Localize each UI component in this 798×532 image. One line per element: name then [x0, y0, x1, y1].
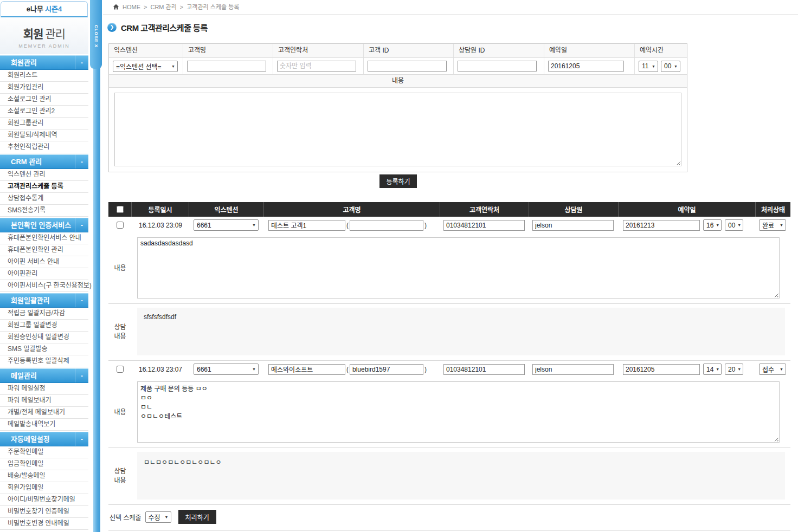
reserve-date-input[interactable]: [548, 61, 624, 72]
sidebar-item-idpw-find-mail[interactable]: 아이디/비밀번호찾기메일: [0, 494, 88, 506]
sidebar: e나무시즌4 회원관리 MEMVER ADMIN 회원관리 - 회원리스트 회원…: [0, 0, 88, 532]
sidebar-item-phone-verify-guide[interactable]: 휴대폰본인확인서비스 안내: [0, 232, 88, 244]
breadcrumb-home[interactable]: HOME: [123, 0, 140, 15]
sidebar-item-ipin-admin[interactable]: 아이핀관리: [0, 268, 88, 280]
collapse-minus-icon[interactable]: -: [75, 293, 88, 307]
sidebar-item-extension-admin[interactable]: 익스텐션 관리: [0, 169, 88, 181]
row-minute-select[interactable]: 00▼: [725, 219, 743, 231]
agent-id-input[interactable]: [458, 61, 537, 72]
sidebar-item-member-list[interactable]: 회원리스트: [0, 70, 88, 82]
form-content-textarea[interactable]: [114, 93, 681, 166]
row-extension-select[interactable]: 6661▼: [194, 364, 259, 375]
collapse-minus-icon[interactable]: -: [75, 55, 88, 69]
row-status-select[interactable]: 접수▼: [759, 364, 786, 375]
collapse-minus-icon[interactable]: -: [75, 368, 88, 382]
sidebar-item-pw-find-auth-mail[interactable]: 비밀번호찾기 인증메일: [0, 506, 88, 518]
sidebar-item-sms-bulk[interactable]: SMS 일괄발송: [0, 343, 88, 355]
sidebar-item-approve-bulk[interactable]: 회원승인상태 일괄변경: [0, 332, 88, 343]
collapse-minus-icon[interactable]: -: [75, 154, 88, 168]
row-contact-input[interactable]: [443, 364, 525, 375]
row-minute-select[interactable]: 20▼: [725, 364, 743, 375]
process-button[interactable]: 처리하기: [178, 510, 216, 524]
row-customer-id-input[interactable]: [350, 220, 423, 231]
sidebar-item-group-bulk[interactable]: 회원그룹 일괄변경: [0, 320, 88, 332]
row-customer-id-input[interactable]: [350, 364, 423, 375]
sidebar-item-member-join[interactable]: 회원가입관리: [0, 82, 88, 94]
reserve-minute-select[interactable]: 00▼: [661, 61, 680, 72]
section-label: 본인확인 인증서비스: [11, 221, 71, 229]
select-all-checkbox[interactable]: [117, 206, 124, 213]
sidebar-close-tab[interactable]: CLOSE X: [90, 0, 102, 69]
sidebar-item-deposit-confirm-mail[interactable]: 입금확인메일: [0, 458, 88, 470]
dropdown-arrow-icon: ▼: [737, 367, 741, 371]
row-customer-name-input[interactable]: [268, 220, 345, 231]
section-label: 회원일괄관리: [11, 296, 50, 304]
row-contact-input[interactable]: [443, 220, 525, 231]
breadcrumb-level2[interactable]: 고객관리 스케줄 등록: [186, 0, 239, 15]
sidebar-item-social-login2[interactable]: 소셜로그인 관리2: [0, 106, 88, 118]
row-agent-input[interactable]: [532, 364, 614, 375]
sidebar-item-phone-verify-admin[interactable]: 휴대폰본인확인 관리: [0, 244, 88, 256]
row-content-textarea[interactable]: sadasdasdasdasd: [137, 237, 780, 299]
register-button[interactable]: 등록하기: [379, 174, 417, 188]
row-extension-select[interactable]: 6661▼: [194, 219, 259, 231]
consult-content-box: sfsfsfsdfsdf: [137, 308, 785, 355]
collapse-minus-icon[interactable]: -: [75, 432, 88, 446]
sidebar-item-sms-log[interactable]: SMS전송기록: [0, 205, 88, 217]
row-status-select[interactable]: 완료▼: [759, 219, 786, 231]
sidebar-item-mail-send[interactable]: 개별/전체 메일보내기: [0, 407, 88, 419]
sidebar-item-mail-history[interactable]: 메일발송내역보기: [0, 419, 88, 431]
row-content-textarea[interactable]: 제품 구매 문의 등등 ㅁㅇ ㅁㅇ ㅁㄴ ㅇㅁㄴㅇ테스트: [137, 381, 780, 443]
sidebar-item-power-mail-setting[interactable]: 파워 메일설정: [0, 383, 88, 395]
sidebar-item-point-bulk[interactable]: 적립금 일괄지급/차감: [0, 308, 88, 320]
sidebar-section-identity[interactable]: 본인확인 인증서비스 -: [0, 218, 88, 232]
extension-select[interactable]: =익스텐션 선택=▼: [113, 61, 178, 72]
row-checkbox[interactable]: [117, 222, 124, 229]
sidebar-item-consult-stats[interactable]: 상담접수통계: [0, 193, 88, 205]
consult-label: 상담 내용: [108, 304, 132, 360]
row-checkbox[interactable]: [117, 366, 124, 373]
sidebar-section-crm[interactable]: CRM 관리 -: [0, 154, 88, 169]
sidebar-section-member[interactable]: 회원관리 -: [0, 55, 88, 70]
row-hour-select[interactable]: 14▼: [703, 364, 722, 375]
sidebar-section-bulk[interactable]: 회원일괄관리 -: [0, 293, 88, 308]
row-hour-select[interactable]: 16▼: [703, 219, 722, 231]
customer-id-input[interactable]: [368, 61, 447, 72]
row-agent-input[interactable]: [532, 220, 614, 231]
sidebar-section-automail[interactable]: 자동메일설정 -: [0, 432, 88, 446]
row-reserve-date-input[interactable]: [623, 364, 700, 375]
home-icon[interactable]: [113, 4, 119, 10]
sidebar-item-power-mail-send[interactable]: 파워 메일보내기: [0, 395, 88, 407]
row-hour-value: 14: [706, 366, 713, 373]
sidebar-item-crm-schedule[interactable]: 고객관리스케줄 등록: [0, 181, 88, 193]
reserve-hour-select[interactable]: 11▼: [639, 61, 658, 72]
sidebar-item-ssn-bulk-delete[interactable]: 주민등록번호 일괄삭제: [0, 355, 88, 367]
row-reserve-date-input[interactable]: [623, 220, 700, 231]
sidebar-item-member-withdraw[interactable]: 회원탈퇴/삭제내역: [0, 129, 88, 141]
breadcrumb-level1[interactable]: CRM 관리: [150, 0, 176, 15]
breadcrumb-sep: >: [180, 0, 183, 15]
schedule-action-select[interactable]: 수정▼: [145, 511, 171, 523]
form-col-reserve-date: 예약일: [544, 44, 635, 57]
collapse-minus-icon[interactable]: -: [75, 218, 88, 232]
content-label: 내용: [108, 378, 132, 447]
dropdown-arrow-icon: ▼: [716, 223, 719, 227]
form-col-reserve-time: 예약시간: [635, 44, 687, 57]
sidebar-item-join-mail[interactable]: 회원가입메일: [0, 482, 88, 494]
sidebar-item-pw-change-mail[interactable]: 비밀번호변경 안내메일: [0, 518, 88, 530]
customer-name-input[interactable]: [187, 61, 266, 72]
sidebar-item-member-group[interactable]: 회원그룹관리: [0, 118, 88, 129]
row-customer-name-input[interactable]: [268, 364, 345, 375]
sidebar-item-shipping-mail[interactable]: 배송/발송메일: [0, 470, 88, 482]
form-col-customer-id: 고객 ID: [364, 44, 454, 57]
customer-contact-input[interactable]: [277, 61, 356, 72]
consult-label: 상담 내용: [108, 448, 132, 504]
sidebar-item-referrer-point[interactable]: 추천인적립관리: [0, 141, 88, 153]
row-extension-value: 6661: [197, 222, 211, 229]
sidebar-item-social-login[interactable]: 소셜로그인 관리: [0, 94, 88, 106]
sidebar-item-ipin-service-legacy[interactable]: 아이핀서비스(구 한국신용정보): [0, 280, 88, 292]
logo[interactable]: e나무시즌4: [1, 1, 88, 17]
sidebar-item-ipin-guide[interactable]: 아이핀 서비스 안내: [0, 256, 88, 268]
sidebar-section-mail[interactable]: 메일관리 -: [0, 368, 88, 383]
sidebar-item-order-confirm-mail[interactable]: 주문확인메일: [0, 446, 88, 458]
